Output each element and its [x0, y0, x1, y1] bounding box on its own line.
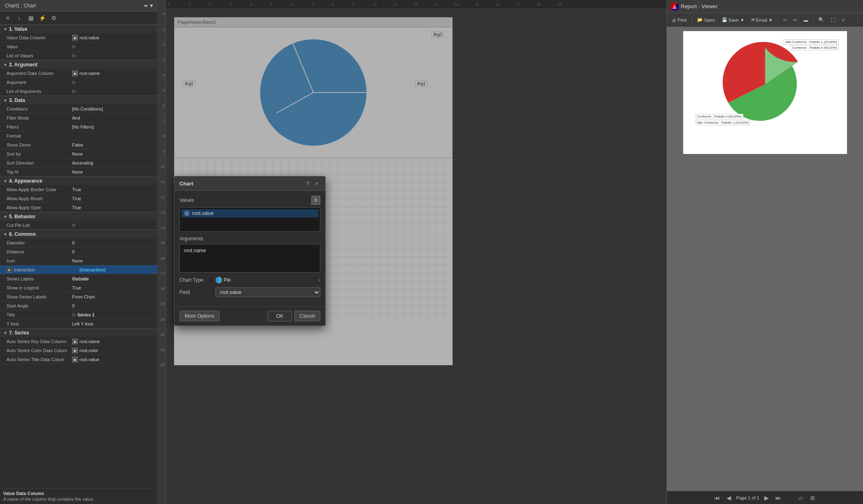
print-button[interactable]: 🖨 Print — [669, 16, 689, 24]
prop-argument[interactable]: Argument fx — [0, 78, 157, 87]
ruler-v-11: 11 — [158, 180, 165, 184]
page-view-btn[interactable]: ⊞ — [809, 494, 817, 502]
fullscreen-button[interactable]: ⛶ — [828, 16, 838, 24]
section-common[interactable]: ▼ 6. Common — [0, 230, 157, 238]
prop-sort-direction[interactable]: Sort Direction Ascending — [0, 158, 157, 167]
prop-top-n[interactable]: Top N None — [0, 167, 157, 176]
expand-interaction-btn[interactable]: ▶ — [7, 267, 12, 273]
more-options-button[interactable]: More Options — [179, 311, 220, 321]
prop-show-series-labels[interactable]: Show Series Labels From Chart — [0, 292, 157, 301]
prop-val-icon: None — [72, 258, 156, 263]
print-icon: 🖨 — [672, 18, 676, 23]
prop-show-in-legend[interactable]: Show in Legend True — [0, 283, 157, 292]
modal-values-item-text: root.value — [192, 210, 214, 216]
prop-name-arg-data-col: Argument Data Column — [7, 71, 72, 76]
prop-val-auto-key: ■ root.name — [72, 339, 156, 344]
status-bar: Value Data Column A name of the column t… — [0, 488, 157, 504]
ruler-v-6: 6 — [158, 104, 165, 108]
cancel-button[interactable]: Cancel — [294, 311, 320, 321]
prop-value-data-column[interactable]: Value Data Column ■ root.value — [0, 33, 157, 42]
prop-list-values[interactable]: List of Values fx — [0, 51, 157, 60]
modal-values-up-icon[interactable]: ⬆ — [311, 196, 320, 205]
prop-val-filters: [No Filters] — [72, 124, 156, 129]
prop-val-list-args: fx — [72, 89, 156, 94]
prop-val-distance: 0 — [72, 249, 156, 254]
expand-common-icon: ▼ — [3, 232, 7, 237]
prop-allow-border-color[interactable]: Allow Apply Border Color True — [0, 185, 157, 194]
prop-name-cut-pie: Cut Pie List — [7, 223, 72, 228]
prop-format[interactable]: Format — [0, 131, 157, 140]
prop-conditions[interactable]: Conditions [No Conditions] — [0, 104, 157, 113]
grid-view-icon[interactable]: ▦ — [26, 14, 35, 23]
prop-list-arguments[interactable]: List of Arguments fx — [0, 87, 157, 96]
section-series[interactable]: ▼ 7. Series — [0, 328, 157, 337]
prop-val-top-n: None — [72, 170, 156, 174]
prop-val-list-values: fx — [72, 53, 156, 58]
prop-auto-series-title[interactable]: Auto Series Title Data Colum ■ root.valu… — [0, 355, 157, 364]
modal-help-btn[interactable]: ? — [304, 180, 311, 187]
section-behavior[interactable]: ▼ 5. Behavior — [0, 212, 157, 221]
modal-field-select[interactable]: root.value — [215, 287, 320, 297]
prop-auto-series-color[interactable]: Auto Series Color Data Colum ■ root.colo… — [0, 346, 157, 355]
prop-allow-brush[interactable]: Allow Apply Brush True — [0, 194, 157, 203]
sort-icon[interactable]: ↕ — [15, 14, 24, 23]
modal-values-label: Values — [179, 197, 194, 203]
lightning-icon[interactable]: ⚡ — [38, 14, 47, 23]
prop-name-format: Format — [7, 133, 72, 138]
prop-interaction[interactable]: ▶ Interaction (Interaction) — [0, 265, 157, 274]
modal-arguments-list[interactable]: root.name — [179, 244, 320, 273]
ok-button[interactable]: OK — [267, 311, 292, 321]
prop-name-filters: Filters — [7, 124, 72, 129]
email-button[interactable]: ✉ Email ▼ — [749, 16, 775, 24]
nav-first-btn[interactable]: ⏮ — [713, 494, 721, 502]
nav-last-btn[interactable]: ⏭ — [774, 494, 782, 502]
modal-close-btn[interactable]: × — [313, 180, 320, 187]
save-dropdown-icon: ▼ — [740, 18, 745, 23]
prop-start-angle[interactable]: Start Angle 0 — [0, 301, 157, 310]
chart-selector[interactable]: Chart1 : Chart — [3, 2, 149, 9]
prop-val-series-labels: Outside — [72, 276, 156, 281]
prop-distance[interactable]: Distance 0 — [0, 247, 157, 256]
prop-title[interactable]: Title fx Séries 1 — [0, 310, 157, 319]
prop-sort-by[interactable]: Sort by None — [0, 149, 157, 158]
prop-name-allow-style: Allow Apply Style — [7, 205, 72, 210]
search-button[interactable]: 🔍 — [816, 16, 827, 24]
section-data[interactable]: ▼ 3. Data — [0, 96, 157, 104]
nav-prev-btn[interactable]: ◀ — [725, 494, 733, 502]
fx-icon-list-values: fx — [72, 53, 76, 58]
modal-values-list[interactable]: ○ root.value — [179, 207, 320, 232]
layout-btn-2[interactable]: ▭ — [791, 16, 800, 24]
prop-auto-series-key[interactable]: Auto Series Key Data Column ■ root.name — [0, 337, 157, 346]
settings-icon[interactable]: ⚙ — [49, 14, 58, 23]
section-appearance[interactable]: ▼ 4. Appearance — [0, 176, 157, 185]
open-button[interactable]: 📂 Open — [695, 16, 718, 24]
prop-filters[interactable]: Filters [No Filters] — [0, 122, 157, 131]
prop-icon[interactable]: Icon None — [0, 256, 157, 265]
prop-value[interactable]: Value fx — [0, 42, 157, 51]
prop-diameter[interactable]: Diameter 0 — [0, 238, 157, 247]
page-layout-btn[interactable]: ▱ — [797, 494, 805, 502]
toolbar-sep-1 — [692, 16, 692, 24]
prop-y-axis[interactable]: Y Axis Left Y Axis — [0, 319, 157, 328]
section-value[interactable]: ▼ 1. Value — [0, 25, 157, 33]
nav-next-btn[interactable]: ▶ — [763, 494, 771, 502]
prop-filter-mode[interactable]: Filter Mode And — [0, 113, 157, 122]
report-label-1: Não Conforme - Padrão 1 (20,00%) — [784, 39, 838, 45]
modal-arguments-header: Arguments — [179, 236, 320, 242]
prop-cut-pie-list[interactable]: Cut Pie List fx — [0, 221, 157, 230]
expand-button[interactable]: ⤢ — [839, 16, 848, 24]
layout-btn-3[interactable]: ▬ — [801, 16, 811, 24]
prop-argument-data-column[interactable]: Argument Data Column ■ root.name — [0, 69, 157, 78]
modal-chart-type-value: Pie › — [215, 277, 320, 283]
prop-name-start-angle: Start Angle — [7, 303, 72, 308]
prop-series-labels[interactable]: Series Labels Outside — [0, 274, 157, 283]
save-button[interactable]: 💾 Save ▼ — [719, 16, 747, 24]
section-data-label: 3. Data — [9, 97, 25, 103]
prop-show-zeros[interactable]: Show Zeros False — [0, 140, 157, 149]
list-view-icon[interactable]: ≡ — [3, 14, 12, 23]
prop-allow-style[interactable]: Allow Apply Style True — [0, 203, 157, 212]
layout-btn-1[interactable]: ▱ — [781, 16, 789, 24]
prop-name-show-zeros: Show Zeros — [7, 142, 72, 147]
chart-modal-dialog: Chart ? × Values ⬆ ○ root.value Argument… — [174, 176, 326, 326]
section-argument[interactable]: ▼ 2. Argument — [0, 60, 157, 69]
